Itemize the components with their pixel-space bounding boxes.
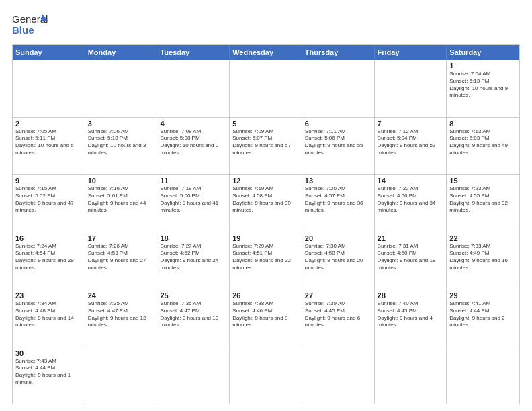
day-number: 28 xyxy=(378,291,444,300)
calendar-cell: 24Sunrise: 7:35 AM Sunset: 4:47 PM Dayli… xyxy=(85,289,158,347)
day-info: Sunrise: 7:39 AM Sunset: 4:45 PM Dayligh… xyxy=(305,300,371,329)
day-info: Sunrise: 7:04 AM Sunset: 5:13 PM Dayligh… xyxy=(449,71,517,99)
calendar-cell: 15Sunrise: 7:23 AM Sunset: 4:55 PM Dayli… xyxy=(447,175,519,232)
calendar-cell: 6Sunrise: 7:11 AM Sunset: 5:06 PM Daylig… xyxy=(302,118,375,175)
calendar-cell: 10Sunrise: 7:16 AM Sunset: 5:01 PM Dayli… xyxy=(85,175,158,232)
day-number: 29 xyxy=(449,291,517,300)
calendar-cell: 16Sunrise: 7:24 AM Sunset: 4:54 PM Dayli… xyxy=(13,232,85,289)
calendar-cell: 29Sunrise: 7:41 AM Sunset: 4:44 PM Dayli… xyxy=(447,289,519,347)
calendar-cell: 9Sunrise: 7:15 AM Sunset: 5:02 PM Daylig… xyxy=(13,175,85,232)
logo: GeneralBlue xyxy=(12,12,52,38)
day-number: 9 xyxy=(15,177,82,185)
day-number: 3 xyxy=(88,120,154,128)
weekday-header: Tuesday xyxy=(157,45,230,60)
day-info: Sunrise: 7:29 AM Sunset: 4:51 PM Dayligh… xyxy=(232,243,299,272)
calendar-cell xyxy=(375,60,447,117)
calendar-cell: 18Sunrise: 7:27 AM Sunset: 4:52 PM Dayli… xyxy=(157,232,230,289)
calendar-cell xyxy=(157,347,230,404)
calendar-row: 2Sunrise: 7:05 AM Sunset: 5:11 PM Daylig… xyxy=(13,117,519,175)
day-info: Sunrise: 7:43 AM Sunset: 4:44 PM Dayligh… xyxy=(15,358,82,387)
day-number: 20 xyxy=(305,234,371,242)
svg-text:Blue: Blue xyxy=(12,24,34,36)
day-number: 16 xyxy=(15,234,82,242)
day-info: Sunrise: 7:08 AM Sunset: 5:08 PM Dayligh… xyxy=(160,128,226,157)
header: GeneralBlue xyxy=(12,12,520,38)
day-number: 7 xyxy=(378,120,444,128)
calendar-cell: 13Sunrise: 7:20 AM Sunset: 4:57 PM Dayli… xyxy=(302,175,375,232)
calendar-cell xyxy=(302,60,375,117)
calendar-cell xyxy=(85,347,158,404)
calendar-cell xyxy=(230,347,302,404)
calendar-cell: 7Sunrise: 7:12 AM Sunset: 5:04 PM Daylig… xyxy=(375,118,447,175)
calendar-row: 9Sunrise: 7:15 AM Sunset: 5:02 PM Daylig… xyxy=(13,174,519,232)
day-info: Sunrise: 7:11 AM Sunset: 5:06 PM Dayligh… xyxy=(305,128,371,157)
calendar-row: 23Sunrise: 7:34 AM Sunset: 4:48 PM Dayli… xyxy=(13,289,519,347)
day-number: 19 xyxy=(232,234,299,242)
day-number: 4 xyxy=(160,120,226,128)
day-number: 26 xyxy=(232,291,299,300)
calendar-row: 30Sunrise: 7:43 AM Sunset: 4:44 PM Dayli… xyxy=(13,347,519,404)
day-number: 2 xyxy=(15,120,82,128)
day-number: 11 xyxy=(160,177,226,185)
day-info: Sunrise: 7:22 AM Sunset: 4:56 PM Dayligh… xyxy=(378,185,444,214)
calendar-page: GeneralBlue SundayMondayTuesdayWednesday… xyxy=(0,0,532,411)
day-info: Sunrise: 7:38 AM Sunset: 4:46 PM Dayligh… xyxy=(232,300,299,329)
day-info: Sunrise: 7:40 AM Sunset: 4:45 PM Dayligh… xyxy=(378,300,444,329)
weekday-header: Thursday xyxy=(302,45,375,60)
calendar-cell: 2Sunrise: 7:05 AM Sunset: 5:11 PM Daylig… xyxy=(13,118,85,175)
calendar-cell: 22Sunrise: 7:33 AM Sunset: 4:49 PM Dayli… xyxy=(447,232,519,289)
calendar-cell: 20Sunrise: 7:30 AM Sunset: 4:50 PM Dayli… xyxy=(302,232,375,289)
calendar-cell: 12Sunrise: 7:19 AM Sunset: 4:58 PM Dayli… xyxy=(230,175,302,232)
day-number: 14 xyxy=(378,177,444,185)
calendar-cell: 5Sunrise: 7:09 AM Sunset: 5:07 PM Daylig… xyxy=(230,118,302,175)
day-number: 10 xyxy=(88,177,154,185)
day-number: 30 xyxy=(15,349,82,357)
day-info: Sunrise: 7:33 AM Sunset: 4:49 PM Dayligh… xyxy=(449,243,517,272)
calendar-cell: 27Sunrise: 7:39 AM Sunset: 4:45 PM Dayli… xyxy=(302,289,375,347)
day-info: Sunrise: 7:18 AM Sunset: 5:00 PM Dayligh… xyxy=(160,185,226,214)
day-number: 18 xyxy=(160,234,226,242)
calendar-cell: 30Sunrise: 7:43 AM Sunset: 4:44 PM Dayli… xyxy=(13,347,85,404)
calendar-cell: 23Sunrise: 7:34 AM Sunset: 4:48 PM Dayli… xyxy=(13,289,85,347)
calendar-cell xyxy=(375,347,447,404)
logo-icon: GeneralBlue xyxy=(12,12,52,38)
calendar-cell xyxy=(447,347,519,404)
day-number: 15 xyxy=(449,177,517,185)
calendar-cell: 17Sunrise: 7:26 AM Sunset: 4:53 PM Dayli… xyxy=(85,232,158,289)
calendar-cell: 14Sunrise: 7:22 AM Sunset: 4:56 PM Dayli… xyxy=(375,175,447,232)
day-info: Sunrise: 7:35 AM Sunset: 4:47 PM Dayligh… xyxy=(88,300,154,329)
day-info: Sunrise: 7:24 AM Sunset: 4:54 PM Dayligh… xyxy=(15,243,82,272)
day-number: 1 xyxy=(449,62,517,70)
day-info: Sunrise: 7:16 AM Sunset: 5:01 PM Dayligh… xyxy=(88,185,154,214)
day-number: 24 xyxy=(88,291,154,300)
calendar-cell xyxy=(85,60,158,117)
day-number: 23 xyxy=(15,291,82,300)
calendar-cell: 19Sunrise: 7:29 AM Sunset: 4:51 PM Dayli… xyxy=(230,232,302,289)
day-info: Sunrise: 7:15 AM Sunset: 5:02 PM Dayligh… xyxy=(15,185,82,214)
day-info: Sunrise: 7:20 AM Sunset: 4:57 PM Dayligh… xyxy=(305,185,371,214)
calendar-cell: 25Sunrise: 7:36 AM Sunset: 4:47 PM Dayli… xyxy=(157,289,230,347)
weekday-header: Friday xyxy=(375,45,447,60)
calendar-cell xyxy=(302,347,375,404)
day-number: 21 xyxy=(378,234,444,242)
calendar-body: 1Sunrise: 7:04 AM Sunset: 5:13 PM Daylig… xyxy=(13,60,519,404)
calendar-cell: 28Sunrise: 7:40 AM Sunset: 4:45 PM Dayli… xyxy=(375,289,447,347)
day-info: Sunrise: 7:06 AM Sunset: 5:10 PM Dayligh… xyxy=(88,128,154,157)
calendar-row: 1Sunrise: 7:04 AM Sunset: 5:13 PM Daylig… xyxy=(13,60,519,117)
day-info: Sunrise: 7:19 AM Sunset: 4:58 PM Dayligh… xyxy=(232,185,299,214)
calendar-row: 16Sunrise: 7:24 AM Sunset: 4:54 PM Dayli… xyxy=(13,232,519,289)
day-number: 6 xyxy=(305,120,371,128)
calendar: SundayMondayTuesdayWednesdayThursdayFrid… xyxy=(12,44,520,404)
day-info: Sunrise: 7:23 AM Sunset: 4:55 PM Dayligh… xyxy=(449,185,517,214)
calendar-header: SundayMondayTuesdayWednesdayThursdayFrid… xyxy=(13,45,519,60)
day-info: Sunrise: 7:36 AM Sunset: 4:47 PM Dayligh… xyxy=(160,300,226,329)
day-number: 17 xyxy=(88,234,154,242)
day-number: 12 xyxy=(232,177,299,185)
calendar-cell: 3Sunrise: 7:06 AM Sunset: 5:10 PM Daylig… xyxy=(85,118,158,175)
calendar-cell: 26Sunrise: 7:38 AM Sunset: 4:46 PM Dayli… xyxy=(230,289,302,347)
day-number: 13 xyxy=(305,177,371,185)
day-info: Sunrise: 7:05 AM Sunset: 5:11 PM Dayligh… xyxy=(15,128,82,157)
day-number: 22 xyxy=(449,234,517,242)
calendar-cell xyxy=(13,60,85,117)
weekday-header: Wednesday xyxy=(230,45,302,60)
